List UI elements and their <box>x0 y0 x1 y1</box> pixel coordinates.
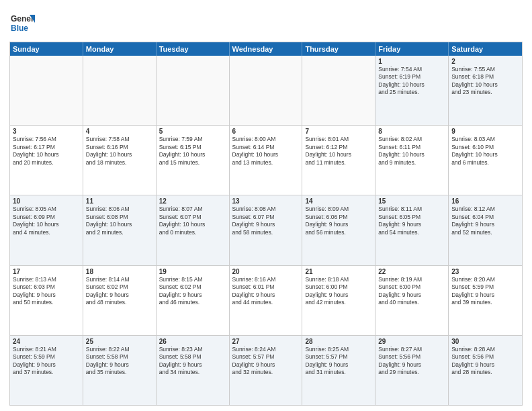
day-cell-11: 11Sunrise: 8:06 AM Sunset: 6:08 PM Dayli… <box>83 195 157 265</box>
day-info: Sunrise: 8:05 AM Sunset: 6:09 PM Dayligh… <box>13 205 80 236</box>
day-cell-5: 5Sunrise: 7:59 AM Sunset: 6:15 PM Daylig… <box>157 126 230 195</box>
day-cell-19: 19Sunrise: 8:15 AM Sunset: 6:02 PM Dayli… <box>157 266 230 335</box>
day-info: Sunrise: 7:59 AM Sunset: 6:15 PM Dayligh… <box>159 136 226 167</box>
day-number: 12 <box>159 197 226 205</box>
day-info: Sunrise: 8:19 AM Sunset: 6:00 PM Dayligh… <box>378 276 445 307</box>
day-cell-26: 26Sunrise: 8:23 AM Sunset: 5:58 PM Dayli… <box>157 336 230 405</box>
day-cell-empty-4 <box>302 56 375 125</box>
day-info: Sunrise: 8:12 AM Sunset: 6:04 PM Dayligh… <box>451 205 519 236</box>
day-number: 19 <box>159 268 226 275</box>
day-number: 1 <box>378 58 445 65</box>
header: General Blue <box>9 7 523 38</box>
day-number: 14 <box>305 197 372 205</box>
week-row-2: 10Sunrise: 8:05 AM Sunset: 6:09 PM Dayli… <box>10 195 522 265</box>
day-info: Sunrise: 8:18 AM Sunset: 6:00 PM Dayligh… <box>305 276 372 307</box>
day-number: 27 <box>232 338 300 345</box>
day-number: 28 <box>305 338 372 345</box>
day-info: Sunrise: 8:02 AM Sunset: 6:11 PM Dayligh… <box>378 136 445 167</box>
day-number: 17 <box>13 268 80 275</box>
svg-text:Blue: Blue <box>11 24 28 33</box>
day-info: Sunrise: 7:56 AM Sunset: 6:17 PM Dayligh… <box>13 136 80 167</box>
header-day-monday: Monday <box>83 42 157 56</box>
day-number: 30 <box>451 338 519 345</box>
day-number: 7 <box>305 128 372 135</box>
week-row-3: 17Sunrise: 8:13 AM Sunset: 6:03 PM Dayli… <box>10 265 522 335</box>
day-cell-empty-3 <box>230 56 303 125</box>
calendar-body: 1Sunrise: 7:54 AM Sunset: 6:19 PM Daylig… <box>10 56 522 405</box>
header-day-thursday: Thursday <box>302 42 375 56</box>
day-cell-2: 2Sunrise: 7:55 AM Sunset: 6:18 PM Daylig… <box>449 56 522 125</box>
day-cell-21: 21Sunrise: 8:18 AM Sunset: 6:00 PM Dayli… <box>302 266 375 335</box>
day-cell-9: 9Sunrise: 8:03 AM Sunset: 6:10 PM Daylig… <box>449 126 522 195</box>
day-info: Sunrise: 8:23 AM Sunset: 5:58 PM Dayligh… <box>159 346 226 377</box>
day-cell-7: 7Sunrise: 8:01 AM Sunset: 6:12 PM Daylig… <box>302 126 375 195</box>
day-cell-8: 8Sunrise: 8:02 AM Sunset: 6:11 PM Daylig… <box>375 126 449 195</box>
week-row-4: 24Sunrise: 8:21 AM Sunset: 5:59 PM Dayli… <box>10 335 522 405</box>
day-info: Sunrise: 8:13 AM Sunset: 6:03 PM Dayligh… <box>13 276 80 307</box>
day-cell-29: 29Sunrise: 8:27 AM Sunset: 5:56 PM Dayli… <box>375 336 449 405</box>
day-number: 10 <box>13 197 80 205</box>
day-info: Sunrise: 8:24 AM Sunset: 5:57 PM Dayligh… <box>232 346 300 377</box>
calendar: SundayMondayTuesdayWednesdayThursdayFrid… <box>9 42 523 406</box>
day-info: Sunrise: 8:07 AM Sunset: 6:07 PM Dayligh… <box>159 205 226 236</box>
day-number: 4 <box>86 128 153 135</box>
day-info: Sunrise: 8:14 AM Sunset: 6:02 PM Dayligh… <box>86 276 153 307</box>
day-cell-23: 23Sunrise: 8:20 AM Sunset: 5:59 PM Dayli… <box>449 266 522 335</box>
day-cell-20: 20Sunrise: 8:16 AM Sunset: 6:01 PM Dayli… <box>230 266 303 335</box>
day-cell-6: 6Sunrise: 8:00 AM Sunset: 6:14 PM Daylig… <box>230 126 303 195</box>
day-number: 20 <box>232 268 300 275</box>
week-row-0: 1Sunrise: 7:54 AM Sunset: 6:19 PM Daylig… <box>10 56 522 125</box>
day-cell-17: 17Sunrise: 8:13 AM Sunset: 6:03 PM Dayli… <box>10 266 83 335</box>
day-number: 25 <box>86 338 153 345</box>
day-cell-16: 16Sunrise: 8:12 AM Sunset: 6:04 PM Dayli… <box>449 195 522 265</box>
day-number: 11 <box>86 197 153 205</box>
day-info: Sunrise: 8:03 AM Sunset: 6:10 PM Dayligh… <box>451 136 519 167</box>
header-day-friday: Friday <box>375 42 449 56</box>
day-cell-empty-2 <box>157 56 230 125</box>
day-info: Sunrise: 7:58 AM Sunset: 6:16 PM Dayligh… <box>86 136 153 167</box>
logo-icon: General Blue <box>9 9 35 35</box>
day-cell-4: 4Sunrise: 7:58 AM Sunset: 6:16 PM Daylig… <box>83 126 157 195</box>
header-day-saturday: Saturday <box>449 42 522 56</box>
day-info: Sunrise: 8:22 AM Sunset: 5:58 PM Dayligh… <box>86 346 153 377</box>
logo: General Blue <box>9 9 35 38</box>
day-number: 9 <box>451 128 519 135</box>
calendar-header: SundayMondayTuesdayWednesdayThursdayFrid… <box>10 42 522 56</box>
day-cell-14: 14Sunrise: 8:09 AM Sunset: 6:06 PM Dayli… <box>302 195 375 265</box>
day-cell-12: 12Sunrise: 8:07 AM Sunset: 6:07 PM Dayli… <box>157 195 230 265</box>
day-number: 18 <box>86 268 153 275</box>
day-cell-empty-0 <box>10 56 83 125</box>
day-cell-10: 10Sunrise: 8:05 AM Sunset: 6:09 PM Dayli… <box>10 195 83 265</box>
day-cell-22: 22Sunrise: 8:19 AM Sunset: 6:00 PM Dayli… <box>375 266 449 335</box>
day-cell-30: 30Sunrise: 8:28 AM Sunset: 5:56 PM Dayli… <box>449 336 522 405</box>
day-cell-3: 3Sunrise: 7:56 AM Sunset: 6:17 PM Daylig… <box>10 126 83 195</box>
day-number: 15 <box>378 197 445 205</box>
day-number: 16 <box>451 197 519 205</box>
day-info: Sunrise: 8:15 AM Sunset: 6:02 PM Dayligh… <box>159 276 226 307</box>
day-cell-27: 27Sunrise: 8:24 AM Sunset: 5:57 PM Dayli… <box>230 336 303 405</box>
day-info: Sunrise: 8:11 AM Sunset: 6:05 PM Dayligh… <box>378 205 445 236</box>
header-day-tuesday: Tuesday <box>157 42 230 56</box>
day-cell-25: 25Sunrise: 8:22 AM Sunset: 5:58 PM Dayli… <box>83 336 157 405</box>
day-number: 5 <box>159 128 226 135</box>
page: General Blue SundayMondayTuesdayWednesda… <box>0 0 532 411</box>
day-cell-18: 18Sunrise: 8:14 AM Sunset: 6:02 PM Dayli… <box>83 266 157 335</box>
day-number: 2 <box>451 58 519 65</box>
day-info: Sunrise: 8:20 AM Sunset: 5:59 PM Dayligh… <box>451 276 519 307</box>
day-cell-13: 13Sunrise: 8:08 AM Sunset: 6:07 PM Dayli… <box>230 195 303 265</box>
day-info: Sunrise: 7:55 AM Sunset: 6:18 PM Dayligh… <box>451 66 519 97</box>
day-number: 21 <box>305 268 372 275</box>
day-number: 24 <box>13 338 80 345</box>
day-number: 13 <box>232 197 300 205</box>
header-day-wednesday: Wednesday <box>230 42 303 56</box>
day-info: Sunrise: 8:01 AM Sunset: 6:12 PM Dayligh… <box>305 136 372 167</box>
day-cell-1: 1Sunrise: 7:54 AM Sunset: 6:19 PM Daylig… <box>375 56 449 125</box>
day-info: Sunrise: 8:08 AM Sunset: 6:07 PM Dayligh… <box>232 205 300 236</box>
day-info: Sunrise: 8:00 AM Sunset: 6:14 PM Dayligh… <box>232 136 300 167</box>
day-cell-empty-1 <box>83 56 157 125</box>
day-info: Sunrise: 8:21 AM Sunset: 5:59 PM Dayligh… <box>13 346 80 377</box>
day-cell-24: 24Sunrise: 8:21 AM Sunset: 5:59 PM Dayli… <box>10 336 83 405</box>
day-info: Sunrise: 8:25 AM Sunset: 5:57 PM Dayligh… <box>305 346 372 377</box>
day-number: 26 <box>159 338 226 345</box>
day-number: 29 <box>378 338 445 345</box>
